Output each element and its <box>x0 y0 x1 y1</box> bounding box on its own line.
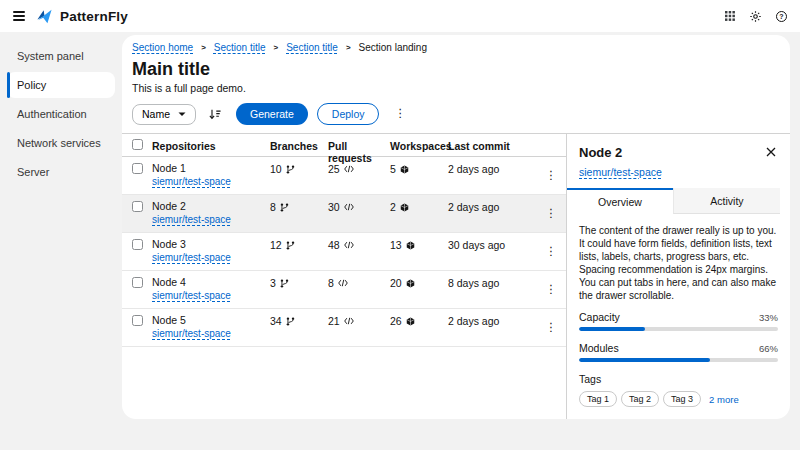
toolbar: Name Generate Deploy <box>132 103 776 133</box>
code-branch-icon <box>286 165 295 174</box>
capacity-label: Capacity <box>579 311 620 323</box>
column-last-commit: Last commit <box>448 134 536 152</box>
last-commit: 30 days ago <box>448 233 536 251</box>
breadcrumb-link[interactable]: Section title <box>286 42 338 53</box>
workspaces-count: 5 <box>390 163 396 175</box>
select-all-checkbox[interactable] <box>132 139 143 150</box>
repo-name: Node 4 <box>152 276 270 288</box>
row-checkbox[interactable] <box>132 315 143 326</box>
masthead: PatternFly <box>0 0 800 32</box>
branches-count: 10 <box>270 163 282 175</box>
repo-space-link[interactable]: siemur/test-space <box>152 290 231 301</box>
cube-icon <box>406 241 415 250</box>
deploy-button[interactable]: Deploy <box>317 103 380 125</box>
repo-name: Node 2 <box>152 200 270 212</box>
close-icon[interactable] <box>764 145 778 159</box>
page-card: Section home > Section title > Section t… <box>122 35 790 419</box>
table-row-node5[interactable]: Node 5 siemur/test-space 34 21 26 2 days… <box>122 309 566 347</box>
repo-name: Node 1 <box>152 162 270 174</box>
name-filter-label: Name <box>142 108 170 120</box>
drawer-tabs: Overview Activity <box>567 188 780 214</box>
cube-icon <box>406 279 415 288</box>
modules-value: 66% <box>759 343 778 354</box>
pulls-count: 21 <box>328 315 340 327</box>
brand: PatternFly <box>36 9 128 24</box>
table-row-node3[interactable]: Node 3 siemur/test-space 12 48 13 30 day… <box>122 233 566 271</box>
cube-icon <box>406 317 415 326</box>
apps-grid-icon[interactable] <box>725 11 735 21</box>
code-icon <box>344 165 354 173</box>
drawer-space-link[interactable]: siemur/test-space <box>579 166 662 178</box>
repo-space-link[interactable]: siemur/test-space <box>152 252 231 263</box>
breadcrumb-current: Section landing <box>359 42 427 53</box>
nav-toggle-icon[interactable] <box>13 11 25 21</box>
drawer-description: The content of the drawer really is up t… <box>579 224 778 302</box>
last-commit: 2 days ago <box>448 157 536 175</box>
tab-overview[interactable]: Overview <box>567 188 673 214</box>
generate-button[interactable]: Generate <box>236 103 308 125</box>
breadcrumb-link[interactable]: Section title <box>214 42 266 53</box>
cube-icon <box>400 203 409 212</box>
row-checkbox[interactable] <box>132 239 143 250</box>
main-content: Section home > Section title > Section t… <box>122 32 800 450</box>
capacity-value: 33% <box>759 312 778 323</box>
code-icon <box>344 317 354 325</box>
row-kebab-icon[interactable]: ⋮ <box>541 320 561 336</box>
sidebar-item-network-services[interactable]: Network services <box>7 130 115 156</box>
settings-gear-icon[interactable] <box>750 11 761 22</box>
sidebar-item-authentication[interactable]: Authentication <box>7 101 115 127</box>
breadcrumb-separator-icon: > <box>346 42 351 53</box>
capacity-progress-bar <box>579 327 778 331</box>
modules-label: Modules <box>579 342 619 354</box>
code-icon <box>344 241 354 249</box>
row-kebab-icon[interactable]: ⋮ <box>541 206 561 222</box>
row-kebab-icon[interactable]: ⋮ <box>541 244 561 260</box>
table-row-node2[interactable]: Node 2 siemur/test-space 8 30 2 2 days a… <box>122 195 566 233</box>
capacity-progress: Capacity 33% <box>579 311 778 331</box>
repo-space-link[interactable]: siemur/test-space <box>152 176 231 187</box>
sidebar-item-policy[interactable]: Policy <box>7 72 115 98</box>
modules-progress-bar <box>579 358 778 362</box>
row-checkbox[interactable] <box>132 201 143 212</box>
detail-drawer: Node 2 siemur/test-space Overview Activi… <box>566 134 790 419</box>
table-header-row: Repositories Branches Pull requests Work… <box>122 134 566 157</box>
chevron-down-icon <box>178 112 186 117</box>
brand-name: PatternFly <box>60 9 128 24</box>
drawer-title: Node 2 <box>579 145 622 160</box>
tags-label: Tags <box>579 373 778 385</box>
sidebar-item-server[interactable]: Server <box>7 159 115 185</box>
breadcrumb-separator-icon: > <box>201 42 206 53</box>
cube-icon <box>400 165 409 174</box>
breadcrumb: Section home > Section title > Section t… <box>132 42 776 53</box>
repo-space-link[interactable]: siemur/test-space <box>152 328 231 339</box>
branches-count: 3 <box>270 277 276 289</box>
toolbar-kebab-icon[interactable]: ⋮ <box>390 106 410 122</box>
row-kebab-icon[interactable]: ⋮ <box>541 282 561 298</box>
page-subtitle: This is a full page demo. <box>132 82 776 94</box>
sort-icon[interactable] <box>209 109 221 120</box>
pulls-count: 30 <box>328 201 340 213</box>
tag-pill: Tag 3 <box>663 391 701 407</box>
column-branches: Branches <box>270 134 328 152</box>
code-branch-icon <box>280 279 289 288</box>
tab-activity[interactable]: Activity <box>673 188 780 214</box>
pulls-count: 25 <box>328 163 340 175</box>
last-commit: 2 days ago <box>448 309 536 327</box>
row-checkbox[interactable] <box>132 277 143 288</box>
row-kebab-icon[interactable]: ⋮ <box>541 168 561 184</box>
breadcrumb-link[interactable]: Section home <box>132 42 193 53</box>
help-question-icon[interactable]: ? <box>776 11 787 22</box>
table-row-node4[interactable]: Node 4 siemur/test-space 3 8 20 8 days a… <box>122 271 566 309</box>
more-tags-link[interactable]: 2 more <box>709 394 739 405</box>
name-filter-select[interactable]: Name <box>132 104 196 125</box>
repo-name: Node 5 <box>152 314 270 326</box>
repo-space-link[interactable]: siemur/test-space <box>152 214 231 225</box>
sidebar-item-system-panel[interactable]: System panel <box>7 43 115 69</box>
workspaces-count: 2 <box>390 201 396 213</box>
workspaces-count: 26 <box>390 315 402 327</box>
table-row-node1[interactable]: Node 1 siemur/test-space 10 25 5 2 days … <box>122 157 566 195</box>
row-checkbox[interactable] <box>132 163 143 174</box>
last-commit: 2 days ago <box>448 195 536 213</box>
repo-name: Node 3 <box>152 238 270 250</box>
pulls-count: 8 <box>328 277 334 289</box>
